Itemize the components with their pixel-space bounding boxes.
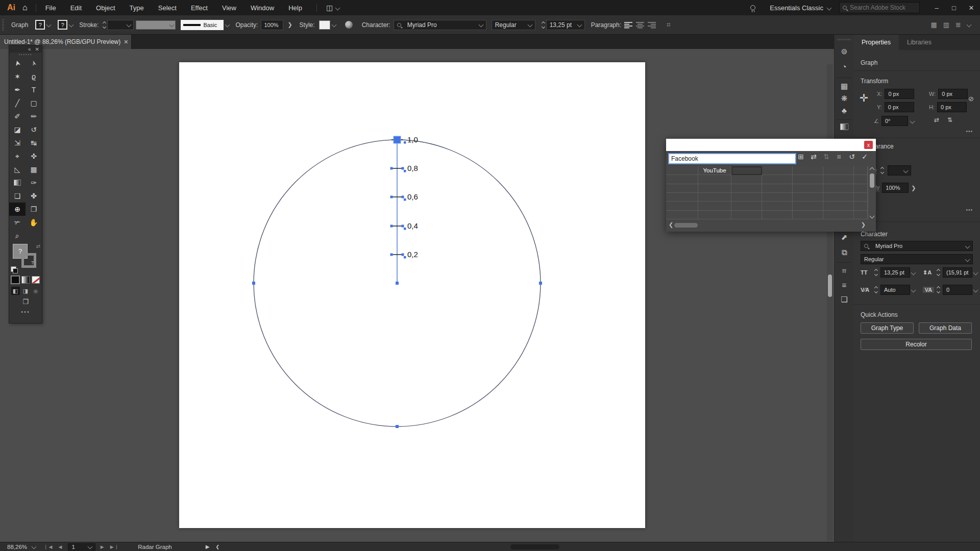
grid-cell[interactable] (854, 211, 868, 219)
grid-cell[interactable] (823, 166, 854, 175)
chevron-down-icon[interactable] (910, 118, 915, 123)
brush-definition[interactable]: Basic (181, 20, 224, 30)
width-tool-icon[interactable]: ↹ (26, 136, 42, 149)
arrange-documents-icon[interactable]: ◫ (326, 4, 333, 12)
opacity-field[interactable]: 100% (261, 20, 283, 30)
scroll-down-icon[interactable] (870, 214, 875, 219)
screen-mode-icon[interactable]: ❐ (9, 298, 42, 306)
style-dropdown-icon[interactable] (331, 22, 336, 28)
menu-type[interactable]: Type (130, 4, 144, 12)
gradient-panel-icon[interactable] (840, 123, 848, 130)
scale-tool-icon[interactable]: ⇲ (9, 136, 26, 149)
dock-columns-icon[interactable]: ▥ (943, 21, 949, 29)
pathfinder-panel-icon[interactable]: ❏ (835, 295, 854, 304)
last-artboard-icon[interactable]: ▶❘ (110, 544, 119, 549)
hand-tool-icon[interactable]: ✋ (26, 216, 42, 229)
grid-cell[interactable] (823, 184, 854, 193)
grid-cell[interactable] (854, 202, 868, 210)
color-panel-icon[interactable]: ⊚ (835, 47, 854, 56)
default-fill-stroke-icon[interactable] (11, 266, 16, 272)
gradient-tool-icon[interactable] (9, 176, 26, 189)
rotation-field[interactable]: 0° (881, 116, 908, 126)
apply-icon[interactable]: ✓ (861, 153, 869, 161)
w-field[interactable]: 0 px (938, 89, 968, 99)
grid-cell-selected[interactable] (731, 166, 762, 175)
stroke-dropdown-icon[interactable] (69, 22, 74, 28)
stroke-weight-stepper[interactable] (879, 167, 885, 173)
menu-object[interactable]: Object (96, 4, 115, 12)
pen-tool-icon[interactable]: ✒ (9, 83, 26, 96)
menu-view[interactable]: View (222, 4, 236, 12)
lasso-tool-icon[interactable]: ϱ (26, 70, 42, 83)
grid-cell[interactable] (698, 202, 731, 210)
workspace-switcher[interactable]: Essentials Classic (770, 4, 823, 12)
shaper-tool-icon[interactable]: ✏ (26, 110, 42, 123)
grid-cell[interactable] (762, 202, 793, 210)
adobe-stock-search[interactable] (839, 2, 920, 13)
edit-toolbar-icon[interactable]: ••• (9, 309, 42, 315)
chevron-down-icon[interactable] (973, 270, 978, 275)
dialog-close-button[interactable]: x (864, 141, 873, 149)
collapse-panel-icon[interactable]: « (28, 46, 31, 52)
grid-cell[interactable] (666, 202, 698, 210)
scrollbar-thumb[interactable] (674, 223, 698, 228)
paragraph-panel-icon[interactable]: ⌗ (667, 20, 671, 29)
menu-effect[interactable]: Effect (191, 4, 208, 12)
selected-anchor[interactable] (394, 136, 401, 143)
menu-help[interactable]: Help (288, 4, 302, 12)
opacity-expand-icon[interactable]: ❯ (287, 21, 292, 28)
drag-handle[interactable] (838, 39, 850, 40)
color-button[interactable] (11, 276, 19, 284)
stroke-label[interactable]: Stroke: (79, 21, 99, 29)
grid-cell[interactable] (793, 166, 823, 175)
eyedropper-tool-icon[interactable]: ✑ (26, 176, 42, 189)
leading-stepper[interactable] (936, 269, 941, 276)
grid-cell[interactable] (666, 184, 698, 193)
cell-entry-input[interactable] (668, 153, 796, 164)
paintbrush-tool-icon[interactable]: ✐ (9, 110, 26, 123)
artboard-tool-icon[interactable]: ❐ (26, 203, 42, 216)
stroke-color-box[interactable]: ? (21, 253, 36, 268)
import-data-icon[interactable]: ⊞ (797, 153, 805, 161)
grid-cell[interactable] (793, 184, 823, 193)
kerning-field[interactable]: Auto (880, 285, 910, 295)
workspace-grid-icon[interactable]: ▦ (931, 21, 937, 29)
recolor-artwork-icon[interactable] (345, 21, 353, 29)
brush-dropdown-icon[interactable] (225, 22, 230, 28)
fill-dropdown-icon[interactable] (46, 22, 52, 28)
draw-normal-icon[interactable]: ◧ (11, 287, 20, 295)
menu-file[interactable]: File (45, 4, 56, 12)
grid-cell[interactable] (762, 184, 793, 193)
none-button[interactable] (32, 276, 40, 284)
grid-cell[interactable] (762, 175, 793, 184)
maximize-button[interactable]: □ (945, 4, 963, 12)
chevron-down-icon[interactable] (911, 270, 916, 275)
transform-panel-icon[interactable]: ⌗ (835, 266, 854, 276)
grid-cell[interactable]: YouTube (698, 166, 731, 175)
home-icon[interactable]: ⌂ (22, 3, 28, 12)
x-field[interactable]: 0 px (885, 89, 914, 99)
color-guide-panel-icon[interactable]: ◔ (835, 62, 854, 71)
graph-tool-icon[interactable]: ⊕ (9, 203, 26, 216)
grid-cell[interactable] (731, 193, 762, 202)
flip-horizontal-icon[interactable]: ⇄ (934, 116, 939, 123)
scroll-left-icon[interactable]: ❮ (669, 221, 673, 228)
font-style-select[interactable]: Regular (861, 254, 973, 264)
grid-cell[interactable] (762, 166, 793, 175)
font-style-select[interactable]: Regular (492, 20, 535, 30)
opacity-label[interactable]: Opacity: (235, 21, 258, 29)
draw-behind-icon[interactable]: ◨ (21, 287, 30, 295)
export-panel-icon[interactable]: ⬈ (835, 233, 854, 242)
lightbulb-icon[interactable] (750, 5, 755, 10)
right-anchor[interactable] (539, 282, 542, 285)
opacity-field[interactable]: 100% (882, 183, 909, 193)
grid-cell[interactable] (823, 175, 854, 184)
align-right-icon[interactable] (648, 21, 656, 29)
scroll-right-icon[interactable]: ❯ (861, 221, 866, 228)
grid-cell[interactable] (793, 211, 823, 219)
panel-menu-icon[interactable]: ≣ (955, 21, 961, 29)
grid-cell[interactable] (698, 193, 731, 202)
zoom-dropdown-icon[interactable] (32, 544, 37, 549)
grid-cell[interactable] (698, 211, 731, 219)
grid-cell[interactable] (823, 193, 854, 202)
